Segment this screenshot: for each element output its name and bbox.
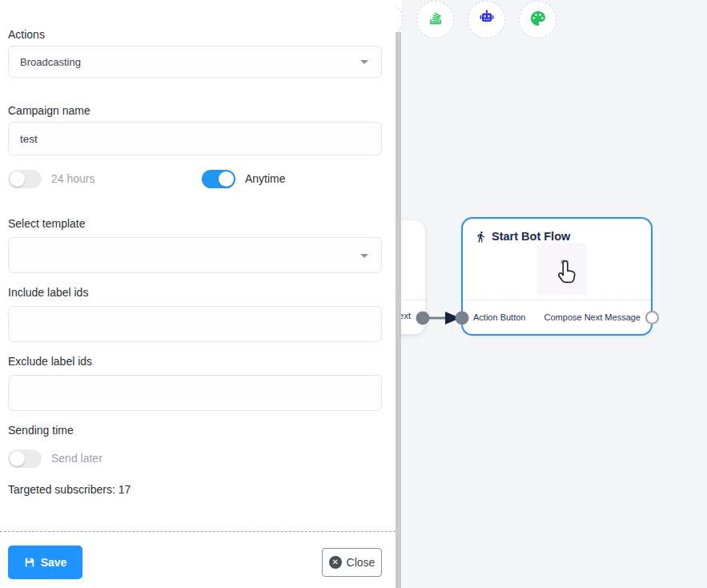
hand-cursor-icon — [553, 258, 579, 288]
select-template-select[interactable] — [8, 237, 382, 273]
chevron-down-icon — [360, 254, 368, 258]
node-body-drop-zone[interactable] — [536, 244, 587, 295]
toolbar-button-bot[interactable] — [468, 1, 505, 38]
close-button-label: Close — [347, 556, 376, 569]
chevron-down-icon — [360, 60, 368, 64]
include-label-ids-input[interactable] — [8, 306, 382, 342]
node-footer-compose-next-label: Compose Next Message — [544, 312, 641, 322]
palette-icon — [528, 9, 548, 31]
robot-icon — [477, 9, 496, 31]
toggle-anytime[interactable] — [202, 170, 235, 188]
select-template-label: Select template — [8, 217, 86, 230]
node-title: Start Bot Flow — [492, 230, 570, 243]
save-button[interactable]: Save — [8, 546, 82, 579]
toggle-anytime-label: Anytime — [245, 170, 286, 188]
toolbar-button-theme[interactable] — [519, 1, 556, 38]
toolbar-button-stack[interactable] — [416, 1, 454, 38]
actions-select-value: Broadcasting — [20, 56, 81, 68]
sending-time-label: Sending time — [8, 424, 74, 437]
toggle-send-later-label: Send later — [51, 449, 102, 468]
campaign-form-panel: Actions Broadcasting Campaign name 24 ho… — [0, 0, 396, 588]
broadcast-campaign-screen: lext Start Bot Flow — [0, 0, 707, 588]
stack-icon — [427, 10, 444, 30]
start-bot-flow-node[interactable]: Start Bot Flow Action Button Compose Nex… — [461, 217, 653, 336]
targeted-subscribers-text: Targeted subscribers: 17 — [8, 483, 131, 496]
toggle-24-hours[interactable] — [8, 170, 42, 188]
node-footer-action-button-label: Action Button — [473, 312, 525, 322]
campaign-name-label: Campaign name — [8, 104, 90, 117]
campaign-name-input[interactable] — [8, 122, 382, 155]
node-footer: Action Button Compose Next Message — [463, 300, 651, 334]
node-header: Start Bot Flow — [475, 230, 570, 243]
close-button[interactable]: ✕ Close — [322, 548, 382, 577]
close-circle-icon: ✕ — [329, 556, 342, 569]
actions-label: Actions — [8, 28, 45, 41]
footer-divider — [0, 531, 396, 532]
toggle-24-hours-label: 24 hours — [51, 170, 94, 188]
exclude-label-ids-input[interactable] — [8, 375, 382, 411]
connector-edge[interactable] — [412, 307, 472, 329]
toggle-send-later[interactable] — [8, 449, 42, 468]
panel-scrollbar[interactable] — [396, 32, 401, 588]
node-output-port[interactable] — [645, 311, 659, 324]
save-button-label: Save — [41, 556, 67, 569]
exclude-label-ids-label: Exclude label ids — [8, 355, 92, 368]
walking-person-icon — [475, 231, 487, 243]
include-label-ids-label: Include label ids — [8, 286, 88, 299]
actions-select[interactable]: Broadcasting — [8, 46, 382, 78]
save-floppy-icon — [24, 557, 35, 568]
